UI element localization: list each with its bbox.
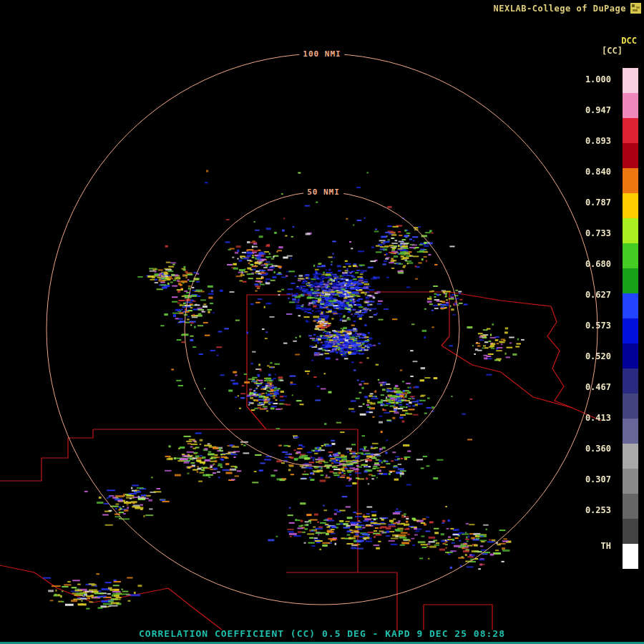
colorbar-segment (623, 168, 638, 193)
range-ring-label-50nmi: 50 NMI (303, 187, 343, 197)
colorbar-segment (623, 394, 638, 419)
colorbar-segment (623, 268, 638, 293)
colorbar-segment (623, 318, 638, 343)
nexlab-logo-icon (630, 3, 641, 14)
colorbar-segment (623, 118, 638, 143)
colorbar-segment (623, 444, 638, 469)
colorbar-segment (623, 218, 638, 243)
colorbar-segment (623, 193, 638, 218)
range-ring-50nmi (185, 192, 459, 467)
colorbar-segment (623, 343, 638, 369)
range-rings (0, 0, 644, 644)
colorbar-segment (623, 293, 638, 318)
colorbar-segment (623, 68, 638, 93)
colorbar-segment (623, 369, 638, 394)
radar-display: 100 NMI 50 NMI NEXLAB-College of DuPage … (0, 0, 644, 644)
legend-threshold-label: TH (601, 541, 611, 551)
colorbar-segment (623, 419, 638, 444)
colorbar-segment (623, 143, 638, 168)
colorbar-segment (623, 494, 638, 519)
colorbar-segment (623, 93, 638, 118)
range-ring-label-100nmi: 100 NMI (299, 49, 344, 59)
colorbar-segment (623, 469, 638, 494)
legend-title: DCC (621, 36, 637, 46)
legend-colorbar (623, 68, 638, 569)
status-bar: CORRELATION COEFFICIENT (CC) 0.5 DEG - K… (0, 628, 644, 639)
page-title: NEXLAB-College of DuPage (494, 4, 626, 14)
colorbar-segment (623, 243, 638, 268)
product-status-text: CORRELATION COEFFICIENT (CC) 0.5 DEG - K… (139, 628, 505, 639)
header-bar: NEXLAB-College of DuPage (494, 3, 641, 14)
colorbar-segment (623, 519, 638, 544)
colorbar-segment (623, 544, 638, 569)
range-ring-100nmi (47, 54, 597, 605)
legend-units-label: [CC] (602, 46, 623, 56)
